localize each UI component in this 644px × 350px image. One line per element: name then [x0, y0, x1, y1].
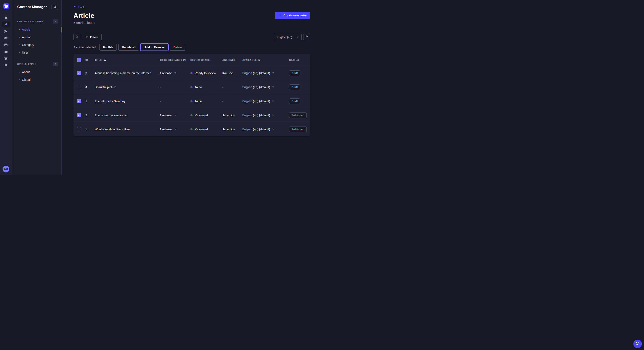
sort-asc-icon: [104, 59, 106, 61]
nav-item-paper-plane[interactable]: [2, 28, 10, 34]
cell-title[interactable]: The internet's Own boy: [95, 100, 160, 103]
nav-item-home[interactable]: [2, 15, 10, 21]
entries-table: ID TITLE TO BE RELEASED IN REVIEW STAGE …: [74, 54, 310, 136]
cell-available-in[interactable]: English (en) (default): [242, 114, 274, 117]
column-header-assignee[interactable]: ASSIGNEE: [222, 59, 242, 61]
selection-count: 3 entries selected: [74, 46, 96, 49]
cell-title[interactable]: What's inside a Black Hole: [95, 128, 160, 131]
sidebar-item-label: Article: [22, 28, 30, 31]
gear-icon: [4, 63, 8, 67]
table-header: ID TITLE TO BE RELEASED IN REVIEW STAGE …: [74, 54, 310, 66]
nav-item-cloud[interactable]: [2, 49, 10, 55]
create-new-entry-button[interactable]: Create new entry: [275, 12, 310, 19]
sidebar-item-article[interactable]: Article: [12, 26, 61, 33]
cell-available-in[interactable]: English (en) (default): [242, 100, 274, 103]
cell-review-stage: Reviewed: [190, 128, 222, 131]
column-header-id[interactable]: ID: [86, 59, 95, 61]
cell-id: 4: [86, 85, 95, 89]
column-header-title[interactable]: TITLE: [95, 59, 160, 61]
nav-item-gear[interactable]: [2, 62, 10, 68]
row-checkbox[interactable]: [77, 127, 81, 131]
chevron-down-icon: [272, 72, 274, 74]
cell-release[interactable]: 1 release: [160, 128, 176, 131]
unpublish-button[interactable]: Unpublish: [118, 44, 139, 51]
sidebar-item-global[interactable]: Global: [12, 76, 61, 84]
release-value: 1 release: [160, 71, 172, 75]
stage-dot-icon: [190, 100, 192, 102]
avatar[interactable]: KD: [2, 166, 9, 173]
nav-item-media-library[interactable]: [2, 35, 10, 41]
row-checkbox[interactable]: [77, 71, 81, 75]
sidebar-item-user[interactable]: User: [12, 49, 61, 56]
sidebar-item-author[interactable]: Author: [12, 33, 61, 41]
back-link[interactable]: Back: [74, 5, 84, 9]
subnav-section: COLLECTION TYPES4ArticleAuthorCategoryUs…: [12, 19, 61, 56]
section-count-badge: 4: [53, 19, 58, 24]
release-value: -: [160, 100, 161, 103]
subnav-title: Content Manager: [17, 5, 47, 9]
status-badge: Published: [289, 113, 307, 118]
bullet-icon: [19, 72, 20, 72]
publish-button[interactable]: Publish: [100, 44, 117, 51]
filter-icon: [85, 35, 88, 39]
table-row: 1The internet's Own boy-To do-English (e…: [74, 94, 310, 108]
cell-title[interactable]: Beautiful picture: [95, 85, 160, 89]
chevron-down-icon: [297, 37, 298, 38]
sidebar-item-category[interactable]: Category: [12, 41, 61, 49]
cell-release: -: [160, 85, 161, 89]
locale-select[interactable]: English (en): [274, 34, 302, 40]
cell-title[interactable]: This shrimp is awesome: [95, 114, 160, 117]
table-row: 4Beautiful picture-To do-English (en) (d…: [74, 80, 310, 94]
layout-icon: [4, 43, 8, 47]
bullet-icon: [19, 52, 20, 53]
add-to-release-button[interactable]: Add to Release: [141, 44, 168, 51]
subnav-section: SINGLE TYPES2AboutGlobal: [12, 62, 61, 84]
cell-available-in[interactable]: English (en) (default): [242, 128, 274, 131]
main-nav-rail: KD: [0, 0, 12, 175]
select-all-checkbox[interactable]: [77, 58, 81, 62]
nav-item-cart[interactable]: [2, 55, 10, 61]
row-checkbox[interactable]: [77, 99, 81, 103]
chevron-down-icon: [272, 87, 274, 88]
column-header-review-stage[interactable]: REVIEW STAGE: [190, 59, 222, 61]
logo-cell: [0, 0, 12, 12]
stage-label: Reviewed: [195, 114, 208, 117]
search-button[interactable]: [74, 34, 80, 40]
row-checkbox[interactable]: [77, 113, 81, 117]
nav-item-layout[interactable]: [2, 42, 10, 48]
column-header-available-in[interactable]: AVAILABLE IN: [242, 59, 289, 61]
cell-review-stage: To do: [190, 85, 222, 89]
locale-label: English (en) (default): [242, 100, 270, 103]
locale-label: English (en) (default): [242, 114, 270, 117]
delete-button[interactable]: Delete: [170, 44, 185, 51]
section-label: COLLECTION TYPES: [17, 20, 44, 23]
cell-available-in[interactable]: English (en) (default): [242, 85, 274, 89]
release-value: 1 release: [160, 128, 172, 131]
stage-dot-icon: [190, 86, 192, 88]
filters-button[interactable]: Filters: [82, 34, 102, 40]
sidebar-item-label: Global: [22, 78, 30, 81]
feather-icon: [4, 22, 8, 26]
arrow-left-icon: [74, 5, 77, 9]
column-header-release[interactable]: TO BE RELEASED IN: [160, 59, 190, 61]
view-settings-button[interactable]: [303, 34, 310, 40]
chevron-down-icon: [272, 101, 274, 102]
table-row: 2This shrimp is awesome1 releaseReviewed…: [74, 108, 310, 122]
subnav-search-button[interactable]: [52, 4, 58, 10]
nav-item-feather[interactable]: [2, 21, 10, 27]
cell-available-in[interactable]: English (en) (default): [242, 71, 274, 75]
sidebar-item-about[interactable]: About: [12, 68, 61, 76]
status-badge: Draft: [289, 84, 300, 90]
stage-dot-icon: [190, 114, 192, 116]
table-row: 3A bug is becoming a meme on the interne…: [74, 66, 310, 80]
cell-assignee: Jane Doe: [222, 128, 242, 131]
cell-release[interactable]: 1 release: [160, 114, 176, 117]
sidebar-item-label: User: [22, 51, 28, 54]
strapi-logo[interactable]: [3, 3, 9, 9]
column-header-status[interactable]: STATUS: [289, 59, 307, 61]
row-checkbox[interactable]: [77, 85, 81, 89]
cell-assignee: -: [222, 100, 242, 103]
release-value: -: [160, 85, 161, 89]
cell-release[interactable]: 1 release: [160, 71, 176, 75]
cell-title[interactable]: A bug is becoming a meme on the internet: [95, 71, 160, 75]
